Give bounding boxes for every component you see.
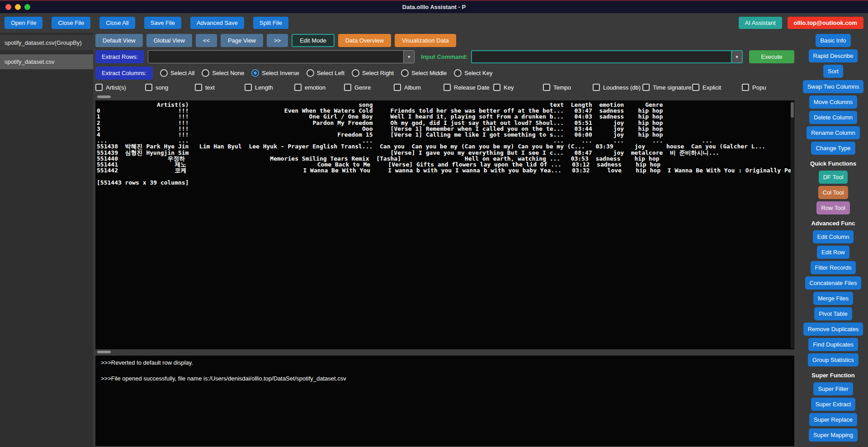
view-button-default-view[interactable]: Default View <box>95 34 143 47</box>
function-button-super-mapping[interactable]: Super Mapping <box>809 428 858 442</box>
column-checkbox-length[interactable]: Length <box>245 82 294 93</box>
view-button-data-overview[interactable]: Data Overview <box>338 34 391 47</box>
column-checkbox-genre[interactable]: Genre <box>344 82 394 93</box>
toolbar-button-split-file[interactable]: Split File <box>253 17 288 29</box>
input-command-combobox[interactable]: ▼ <box>471 50 743 63</box>
checkbox-label: Key <box>504 84 514 91</box>
file-tab-spotify-dataset-csv[interactable]: spotify_dataset.csv <box>0 54 93 69</box>
checkbox-icon <box>593 84 600 91</box>
view-button-item[interactable]: << <box>196 34 217 47</box>
view-button-item[interactable]: >> <box>267 34 288 47</box>
horizontal-scrollbar[interactable] <box>95 350 794 354</box>
ai-assistant-button[interactable]: AI Assistant <box>739 17 782 29</box>
function-button-find-duplicates[interactable]: Find Duplicates <box>808 338 858 351</box>
view-button-edit-mode[interactable]: Edit Mode <box>292 34 335 47</box>
input-command-label: Input Command: <box>421 53 467 60</box>
function-button-super-filter[interactable]: Super Filter <box>813 382 853 395</box>
radio-icon <box>251 69 259 77</box>
extract-rows-combobox[interactable]: ▼ <box>148 50 415 63</box>
column-checkbox-release-date[interactable]: Release Date <box>443 82 493 93</box>
function-button-df-tool[interactable]: DF Tool <box>819 171 848 184</box>
function-button-super-replace[interactable]: Super Replace <box>809 413 857 426</box>
checkbox-label: emotion <box>305 84 326 91</box>
column-checkbox-artist-s[interactable]: Artist(s) <box>95 82 145 93</box>
radio-option-select-left[interactable]: Select Left <box>307 69 344 77</box>
column-checkbox-loudness-db[interactable]: Loudness (db) <box>593 82 642 93</box>
column-checkbox-emotion[interactable]: emotion <box>294 82 344 93</box>
checkbox-label: Release Date <box>454 84 490 91</box>
function-button-sort[interactable]: Sort <box>823 65 843 78</box>
toolbar-button-open-file[interactable]: Open File <box>5 17 42 29</box>
checkbox-label: Tempo <box>553 84 571 91</box>
function-panel: Basic InfoRapid DescribeSortSwap Two Col… <box>802 33 865 447</box>
function-button-remove-duplicates[interactable]: Remove Duplicates <box>803 323 863 336</box>
function-button-rename-column[interactable]: Rename Column <box>807 126 860 139</box>
checkbox-label: Explicit <box>703 84 721 91</box>
function-button-move-columns[interactable]: Move Columns <box>809 95 858 109</box>
checkbox-label: text <box>205 84 215 91</box>
column-checkbox-text[interactable]: text <box>195 82 245 93</box>
radio-option-select-middle[interactable]: Select Middle <box>401 69 447 77</box>
function-button-basic-info[interactable]: Basic Info <box>816 34 850 47</box>
chevron-down-icon[interactable]: ▼ <box>403 51 414 63</box>
view-button-page-view[interactable]: Page View <box>221 34 263 47</box>
radio-option-select-right[interactable]: Select Right <box>352 69 394 77</box>
checkbox-icon <box>195 84 202 91</box>
column-checkbox-popu[interactable]: Popu <box>742 82 792 93</box>
chevron-down-icon[interactable]: ▼ <box>731 51 742 62</box>
radio-icon <box>307 69 314 77</box>
view-button-visualization-data[interactable]: Visualization Data <box>395 34 456 47</box>
radio-option-select-key[interactable]: Select Key <box>454 69 492 77</box>
function-button-edit-row[interactable]: Edit Row <box>817 246 849 259</box>
function-button-edit-column[interactable]: Edit Column <box>813 230 854 243</box>
titlebar: Data.olllo Assistant - P <box>0 1 868 13</box>
toolbar-button-close-file[interactable]: Close File <box>52 17 90 29</box>
checkbox-icon <box>642 84 650 91</box>
dataframe-view[interactable]: Artist(s) song text Length emotion Genre… <box>95 100 794 349</box>
toolbar-button-save-file[interactable]: Save File <box>144 17 181 29</box>
radio-option-label: Select Left <box>317 70 344 76</box>
column-checkbox-time-signature[interactable]: Time signature <box>642 82 692 93</box>
execute-button[interactable]: Execute <box>749 50 794 63</box>
radio-option-label: Select Middle <box>411 70 447 76</box>
column-checkbox-album[interactable]: Album <box>394 82 443 93</box>
radio-option-select-inverse[interactable]: Select Inverse <box>251 69 299 77</box>
horizontal-scrollbar[interactable] <box>95 95 794 99</box>
function-button-col-tool[interactable]: Col Tool <box>818 186 849 199</box>
extract-rows-value <box>148 51 403 63</box>
function-button-pivot-table[interactable]: Pivot Table <box>814 307 852 320</box>
function-button-change-type[interactable]: Change Type <box>811 142 855 155</box>
minimize-window-button[interactable] <box>15 4 21 10</box>
account-button[interactable]: olllo.top@outlook.com <box>788 17 864 29</box>
checkbox-label: Genre <box>354 84 371 91</box>
column-checkbox-key[interactable]: Key <box>493 82 543 93</box>
view-bar: Default ViewGlobal View<<Page View>>Edit… <box>95 34 794 47</box>
radio-option-select-all[interactable]: Select All <box>160 69 194 77</box>
function-button-filter-records[interactable]: Filter Records <box>811 261 856 274</box>
function-button-swap-two-columns[interactable]: Swap Two Columns <box>803 80 864 93</box>
checkbox-icon <box>543 84 550 91</box>
horizontal-scrollbar-thumb[interactable] <box>97 351 111 353</box>
checkbox-label: Length <box>255 84 273 91</box>
function-button-super-extract[interactable]: Super Extract <box>811 398 856 411</box>
function-button-delete-column[interactable]: Delete Column <box>809 111 857 124</box>
column-checkbox-explicit[interactable]: Explicit <box>692 82 742 93</box>
file-tab-spotify-dataset-csv-groupby[interactable]: spotify_dataset.csv(GroupBy) <box>0 35 93 50</box>
column-checkbox-song[interactable]: song <box>145 82 195 93</box>
function-button-rapid-describe[interactable]: Rapid Describe <box>809 49 858 62</box>
vertical-scrollbar-thumb[interactable] <box>791 102 794 118</box>
vertical-scrollbar[interactable] <box>791 101 794 348</box>
function-button-merge-files[interactable]: Merge Files <box>813 292 853 305</box>
file-panel: spotify_dataset.csv(GroupBy)spotify_data… <box>0 33 93 447</box>
function-button-group-statistics[interactable]: Group Statistics <box>808 353 859 366</box>
close-window-button[interactable] <box>5 4 11 10</box>
toolbar-button-close-all[interactable]: Close All <box>99 17 135 29</box>
radio-option-select-none[interactable]: Select None <box>202 69 244 77</box>
function-button-row-tool[interactable]: Row Tool <box>816 201 849 214</box>
zoom-window-button[interactable] <box>24 4 30 10</box>
toolbar-button-advanced-save[interactable]: Advanced Save <box>190 17 244 29</box>
column-checkbox-tempo[interactable]: Tempo <box>543 82 593 93</box>
function-button-concatenate-files[interactable]: Concatenate Files <box>805 276 862 290</box>
view-button-global-view[interactable]: Global View <box>146 34 192 47</box>
horizontal-scrollbar-thumb[interactable] <box>97 95 111 98</box>
